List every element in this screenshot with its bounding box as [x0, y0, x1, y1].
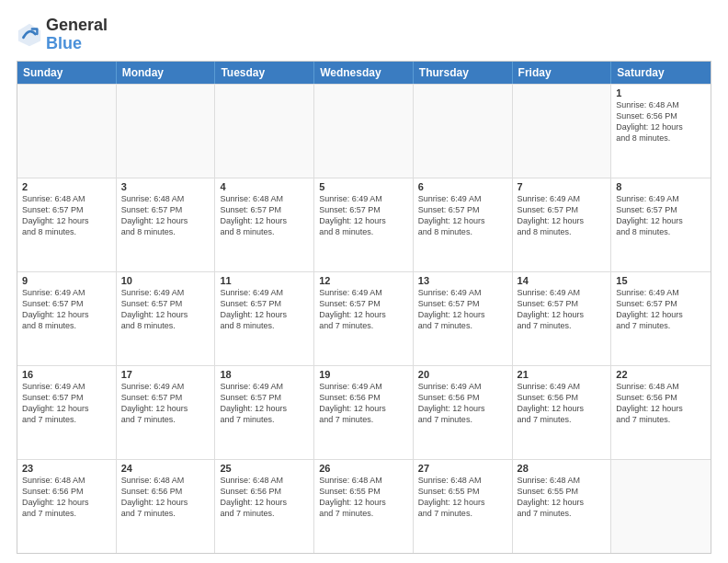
calendar-cell-day-5: 5Sunrise: 6:49 AM Sunset: 6:57 PM Daylig… — [314, 178, 414, 271]
day-number: 10 — [121, 275, 210, 286]
calendar-cell-day-13: 13Sunrise: 6:49 AM Sunset: 6:57 PM Dayli… — [414, 272, 513, 365]
day-number: 25 — [220, 463, 309, 474]
cell-info: Sunrise: 6:49 AM Sunset: 6:57 PM Dayligh… — [22, 381, 111, 426]
cell-info: Sunrise: 6:48 AM Sunset: 6:57 PM Dayligh… — [22, 193, 111, 238]
header-day-saturday: Saturday — [611, 62, 711, 84]
logo-icon — [17, 22, 42, 48]
calendar-cell-day-16: 16Sunrise: 6:49 AM Sunset: 6:57 PM Dayli… — [17, 366, 117, 459]
cell-info: Sunrise: 6:48 AM Sunset: 6:56 PM Dayligh… — [616, 381, 706, 426]
day-number: 9 — [22, 275, 111, 286]
header-day-thursday: Thursday — [414, 62, 513, 84]
calendar-header: SundayMondayTuesdayWednesdayThursdayFrid… — [17, 62, 711, 84]
calendar-cell-day-28: 28Sunrise: 6:48 AM Sunset: 6:55 PM Dayli… — [513, 460, 612, 553]
calendar-cell-empty-4-6 — [611, 460, 711, 553]
calendar-cell-day-8: 8Sunrise: 6:49 AM Sunset: 6:57 PM Daylig… — [611, 178, 711, 271]
logo: General Blue — [17, 17, 108, 53]
calendar-cell-day-12: 12Sunrise: 6:49 AM Sunset: 6:57 PM Dayli… — [314, 272, 414, 365]
header-day-friday: Friday — [513, 62, 612, 84]
cell-info: Sunrise: 6:49 AM Sunset: 6:57 PM Dayligh… — [616, 287, 706, 332]
day-number: 13 — [418, 275, 507, 286]
logo-text: General Blue — [46, 17, 108, 53]
day-number: 18 — [220, 369, 309, 380]
calendar-cell-day-26: 26Sunrise: 6:48 AM Sunset: 6:55 PM Dayli… — [314, 460, 414, 553]
calendar-cell-day-2: 2Sunrise: 6:48 AM Sunset: 6:57 PM Daylig… — [17, 178, 117, 271]
cell-info: Sunrise: 6:49 AM Sunset: 6:56 PM Dayligh… — [319, 381, 408, 426]
cell-info: Sunrise: 6:49 AM Sunset: 6:57 PM Dayligh… — [121, 287, 210, 332]
calendar-grid: SundayMondayTuesdayWednesdayThursdayFrid… — [17, 61, 711, 554]
cell-info: Sunrise: 6:49 AM Sunset: 6:57 PM Dayligh… — [220, 381, 309, 426]
day-number: 24 — [121, 463, 210, 474]
calendar-cell-empty-0-3 — [314, 85, 414, 178]
calendar-cell-empty-0-2 — [215, 85, 314, 178]
calendar-cell-day-15: 15Sunrise: 6:49 AM Sunset: 6:57 PM Dayli… — [611, 272, 711, 365]
day-number: 16 — [22, 369, 111, 380]
day-number: 7 — [518, 181, 607, 192]
calendar-cell-empty-0-1 — [117, 85, 216, 178]
calendar-cell-day-23: 23Sunrise: 6:48 AM Sunset: 6:56 PM Dayli… — [17, 460, 117, 553]
calendar-cell-day-18: 18Sunrise: 6:49 AM Sunset: 6:57 PM Dayli… — [215, 366, 314, 459]
day-number: 2 — [22, 181, 111, 192]
calendar-body: 1Sunrise: 6:48 AM Sunset: 6:56 PM Daylig… — [17, 84, 711, 553]
day-number: 20 — [418, 369, 507, 380]
day-number: 11 — [220, 275, 309, 286]
cell-info: Sunrise: 6:49 AM Sunset: 6:57 PM Dayligh… — [616, 193, 706, 238]
day-number: 17 — [121, 369, 210, 380]
cell-info: Sunrise: 6:48 AM Sunset: 6:55 PM Dayligh… — [319, 475, 408, 520]
day-number: 23 — [22, 463, 111, 474]
calendar-cell-day-21: 21Sunrise: 6:49 AM Sunset: 6:56 PM Dayli… — [513, 366, 612, 459]
day-number: 15 — [616, 275, 706, 286]
calendar-cell-day-11: 11Sunrise: 6:49 AM Sunset: 6:57 PM Dayli… — [215, 272, 314, 365]
header-day-sunday: Sunday — [17, 62, 117, 84]
cell-info: Sunrise: 6:48 AM Sunset: 6:56 PM Dayligh… — [121, 475, 210, 520]
page-header: General Blue — [17, 17, 711, 53]
day-number: 14 — [518, 275, 607, 286]
calendar-cell-day-25: 25Sunrise: 6:48 AM Sunset: 6:56 PM Dayli… — [215, 460, 314, 553]
calendar-cell-day-9: 9Sunrise: 6:49 AM Sunset: 6:57 PM Daylig… — [17, 272, 117, 365]
day-number: 28 — [518, 463, 607, 474]
day-number: 12 — [319, 275, 408, 286]
cell-info: Sunrise: 6:48 AM Sunset: 6:56 PM Dayligh… — [616, 99, 706, 144]
calendar-cell-day-22: 22Sunrise: 6:48 AM Sunset: 6:56 PM Dayli… — [611, 366, 711, 459]
calendar-cell-day-1: 1Sunrise: 6:48 AM Sunset: 6:56 PM Daylig… — [611, 85, 711, 178]
day-number: 4 — [220, 181, 309, 192]
calendar-cell-day-14: 14Sunrise: 6:49 AM Sunset: 6:57 PM Dayli… — [513, 272, 612, 365]
cell-info: Sunrise: 6:49 AM Sunset: 6:57 PM Dayligh… — [518, 287, 607, 332]
cell-info: Sunrise: 6:49 AM Sunset: 6:57 PM Dayligh… — [418, 193, 507, 238]
day-number: 26 — [319, 463, 408, 474]
calendar-row-2: 9Sunrise: 6:49 AM Sunset: 6:57 PM Daylig… — [17, 271, 711, 365]
cell-info: Sunrise: 6:48 AM Sunset: 6:55 PM Dayligh… — [418, 475, 507, 520]
calendar-row-0: 1Sunrise: 6:48 AM Sunset: 6:56 PM Daylig… — [17, 84, 711, 178]
calendar-cell-empty-0-5 — [513, 85, 612, 178]
calendar-cell-day-3: 3Sunrise: 6:48 AM Sunset: 6:57 PM Daylig… — [117, 178, 216, 271]
cell-info: Sunrise: 6:48 AM Sunset: 6:56 PM Dayligh… — [220, 475, 309, 520]
cell-info: Sunrise: 6:48 AM Sunset: 6:57 PM Dayligh… — [121, 193, 210, 238]
cell-info: Sunrise: 6:49 AM Sunset: 6:57 PM Dayligh… — [418, 287, 507, 332]
calendar-cell-day-7: 7Sunrise: 6:49 AM Sunset: 6:57 PM Daylig… — [513, 178, 612, 271]
cell-info: Sunrise: 6:49 AM Sunset: 6:57 PM Dayligh… — [220, 287, 309, 332]
calendar-cell-day-10: 10Sunrise: 6:49 AM Sunset: 6:57 PM Dayli… — [117, 272, 216, 365]
calendar-cell-day-4: 4Sunrise: 6:48 AM Sunset: 6:57 PM Daylig… — [215, 178, 314, 271]
cell-info: Sunrise: 6:49 AM Sunset: 6:57 PM Dayligh… — [22, 287, 111, 332]
day-number: 21 — [518, 369, 607, 380]
cell-info: Sunrise: 6:49 AM Sunset: 6:57 PM Dayligh… — [518, 193, 607, 238]
cell-info: Sunrise: 6:49 AM Sunset: 6:57 PM Dayligh… — [121, 381, 210, 426]
calendar-cell-day-19: 19Sunrise: 6:49 AM Sunset: 6:56 PM Dayli… — [314, 366, 414, 459]
calendar-cell-empty-0-4 — [414, 85, 513, 178]
calendar-cell-day-6: 6Sunrise: 6:49 AM Sunset: 6:57 PM Daylig… — [414, 178, 513, 271]
calendar-page: General Blue SundayMondayTuesdayWednesda… — [0, 0, 728, 563]
day-number: 19 — [319, 369, 408, 380]
day-number: 5 — [319, 181, 408, 192]
cell-info: Sunrise: 6:49 AM Sunset: 6:57 PM Dayligh… — [319, 193, 408, 238]
calendar-row-1: 2Sunrise: 6:48 AM Sunset: 6:57 PM Daylig… — [17, 178, 711, 271]
cell-info: Sunrise: 6:49 AM Sunset: 6:56 PM Dayligh… — [518, 381, 607, 426]
day-number: 22 — [616, 369, 706, 380]
calendar-cell-day-17: 17Sunrise: 6:49 AM Sunset: 6:57 PM Dayli… — [117, 366, 216, 459]
calendar-cell-day-20: 20Sunrise: 6:49 AM Sunset: 6:56 PM Dayli… — [414, 366, 513, 459]
calendar-cell-day-27: 27Sunrise: 6:48 AM Sunset: 6:55 PM Dayli… — [414, 460, 513, 553]
day-number: 27 — [418, 463, 507, 474]
calendar-row-4: 23Sunrise: 6:48 AM Sunset: 6:56 PM Dayli… — [17, 459, 711, 553]
header-day-wednesday: Wednesday — [314, 62, 414, 84]
header-day-monday: Monday — [117, 62, 216, 84]
cell-info: Sunrise: 6:48 AM Sunset: 6:57 PM Dayligh… — [220, 193, 309, 238]
day-number: 8 — [616, 181, 706, 192]
